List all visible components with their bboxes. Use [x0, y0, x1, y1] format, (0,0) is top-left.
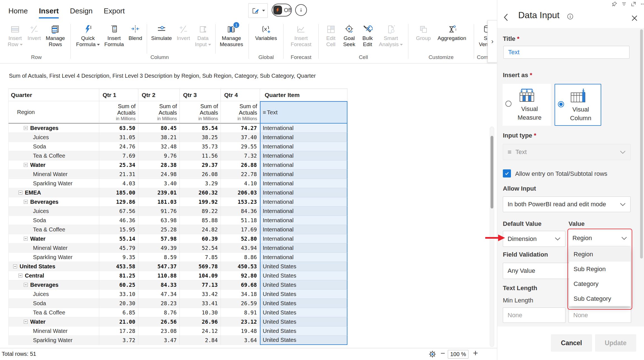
- value-cell[interactable]: 110.88: [138, 271, 180, 280]
- ribbon-button-simulate[interactable]: Simulate: [150, 23, 173, 41]
- quarter-item-cell[interactable]: United States: [260, 336, 347, 345]
- column-header-qtr-2[interactable]: Qtr 2: [138, 89, 180, 101]
- min-length-input[interactable]: [503, 307, 565, 323]
- value-cell[interactable]: 24.98: [138, 170, 180, 179]
- row-label[interactable]: Soda: [8, 216, 99, 225]
- measure-header[interactable]: Sum ofActualsin Millions: [138, 101, 180, 124]
- column-header-quarter[interactable]: Quarter: [8, 89, 99, 101]
- quarter-item-cell[interactable]: International: [260, 225, 347, 234]
- value-cell[interactable]: 46.36: [99, 216, 138, 225]
- value-cell[interactable]: 260.32: [180, 188, 221, 197]
- measure-header[interactable]: Sum ofActualsin Millions: [180, 101, 221, 124]
- value-cell[interactable]: 8.86: [221, 253, 260, 262]
- value-cell[interactable]: 21.00: [99, 317, 138, 326]
- title-input[interactable]: [503, 46, 629, 59]
- value-cell[interactable]: 25.34: [99, 160, 138, 170]
- row-label[interactable]: Central: [8, 271, 99, 280]
- column-header-quarter-item[interactable]: Quarter Item: [260, 89, 347, 101]
- row-label[interactable]: Beverages: [8, 124, 99, 133]
- row-label[interactable]: Beverages: [8, 197, 99, 207]
- value-cell[interactable]: 84.33: [138, 280, 180, 290]
- value-cell[interactable]: 92.80: [221, 271, 260, 280]
- cancel-button[interactable]: Cancel: [551, 334, 592, 352]
- value-cell[interactable]: 32.48: [138, 142, 180, 151]
- collapse-toggle-icon[interactable]: [23, 319, 28, 324]
- quarter-item-cell[interactable]: International: [260, 170, 347, 179]
- value-cell[interactable]: 239.01: [138, 188, 180, 197]
- value-cell[interactable]: 185.00: [99, 188, 138, 197]
- dropdown-option-sub-region[interactable]: Sub Region: [569, 262, 631, 276]
- value-cell[interactable]: 7.69: [99, 151, 138, 160]
- value-cell[interactable]: 89.22: [180, 207, 221, 216]
- value-cell[interactable]: 6.85: [99, 308, 138, 317]
- value-cell[interactable]: 67.56: [99, 207, 138, 216]
- value-cell[interactable]: 26.56: [138, 317, 180, 326]
- collapse-toggle-icon[interactable]: [23, 283, 28, 287]
- ribbon-button-insert-formula[interactable]: InsertFormula: [103, 23, 125, 48]
- measure-header[interactable]: Sum ofActualsin Millions: [221, 101, 260, 124]
- quarter-item-cell[interactable]: International: [260, 179, 347, 188]
- value-cell[interactable]: 20.30: [99, 299, 138, 308]
- value-cell[interactable]: 51.18: [221, 216, 260, 225]
- more-options-icon[interactable]: [640, 1, 644, 7]
- row-label[interactable]: Water: [8, 317, 99, 326]
- tab-insert[interactable]: Insert: [39, 7, 59, 18]
- value-cell[interactable]: 19.48: [221, 326, 260, 336]
- max-length-input[interactable]: [569, 307, 631, 323]
- row-label[interactable]: Soda: [8, 142, 99, 151]
- value-cell[interactable]: 26.88: [221, 160, 260, 170]
- value-cell[interactable]: 74.27: [221, 124, 260, 133]
- value-cell[interactable]: 29.55: [221, 142, 260, 151]
- row-label[interactable]: Water: [8, 234, 99, 243]
- value-cell[interactable]: 8.91: [221, 308, 260, 317]
- ribbon-button-bulk-edit[interactable]: BulkEdit: [360, 23, 375, 48]
- panel-info-icon[interactable]: [567, 13, 573, 20]
- value-cell[interactable]: 17.28: [99, 326, 138, 336]
- collapse-toggle-icon[interactable]: [18, 190, 23, 195]
- value-cell[interactable]: 80.45: [138, 124, 180, 133]
- dropdown-option-sub-category[interactable]: Sub Category: [569, 291, 631, 306]
- value-cell[interactable]: 85.54: [180, 124, 221, 133]
- ribbon-button-aggregation[interactable]: Aggregation: [437, 23, 467, 41]
- value-cell[interactable]: 37.40: [221, 133, 260, 142]
- value-cell[interactable]: 28.38: [138, 160, 180, 170]
- value-cell[interactable]: 60.39: [180, 234, 221, 243]
- scrollbar-thumb[interactable]: [491, 136, 493, 209]
- row-label[interactable]: United States: [8, 262, 99, 271]
- value-cell[interactable]: 206.03: [221, 188, 260, 197]
- close-icon[interactable]: [631, 15, 638, 22]
- quarter-item-cell[interactable]: United States: [260, 271, 347, 280]
- value-cell[interactable]: 26.96: [180, 317, 221, 326]
- quarter-item-cell[interactable]: United States: [260, 317, 347, 326]
- value-cell[interactable]: 9.76: [138, 151, 180, 160]
- value-cell[interactable]: 23.12: [221, 317, 260, 326]
- quarter-item-cell[interactable]: United States: [260, 326, 347, 336]
- collapse-toggle-icon[interactable]: [23, 126, 28, 130]
- value-cell[interactable]: 23.08: [138, 326, 180, 336]
- value-cell[interactable]: 52.54: [180, 243, 221, 253]
- quarter-item-cell[interactable]: United States: [260, 308, 347, 317]
- value-cell[interactable]: 569.78: [180, 262, 221, 271]
- column-header-qtr-3[interactable]: Qtr 3: [180, 89, 221, 101]
- live-toggle[interactable]: Off: [272, 4, 292, 16]
- value-cell[interactable]: 3.72: [99, 336, 138, 345]
- ribbon-button-manage-rows[interactable]: ManageRows: [45, 23, 66, 48]
- row-label[interactable]: Water: [8, 160, 99, 170]
- value-cell[interactable]: 24.12: [180, 326, 221, 336]
- value-cell[interactable]: 91.76: [138, 207, 180, 216]
- value-cell[interactable]: 85.88: [180, 216, 221, 225]
- quarter-item-cell[interactable]: International: [260, 216, 347, 225]
- value-cell[interactable]: 547.37: [138, 262, 180, 271]
- quarter-item-cell[interactable]: United States: [260, 290, 347, 299]
- tab-export[interactable]: Export: [104, 7, 125, 18]
- insert-as-option-visual-measure[interactable]: Visual Measure: [503, 84, 551, 126]
- row-label[interactable]: Sparkling Water: [8, 336, 99, 345]
- dropdown-option-category[interactable]: Category: [569, 276, 631, 291]
- row-label[interactable]: Sparkling Water: [8, 179, 99, 188]
- value-cell[interactable]: 35.73: [180, 142, 221, 151]
- value-cell[interactable]: 3.29: [180, 179, 221, 188]
- column-header-qtr-4[interactable]: Qtr 4: [221, 89, 260, 101]
- value-cell[interactable]: 450.53: [221, 262, 260, 271]
- value-cell[interactable]: 104.09: [180, 271, 221, 280]
- quarter-item-cell[interactable]: International: [260, 151, 347, 160]
